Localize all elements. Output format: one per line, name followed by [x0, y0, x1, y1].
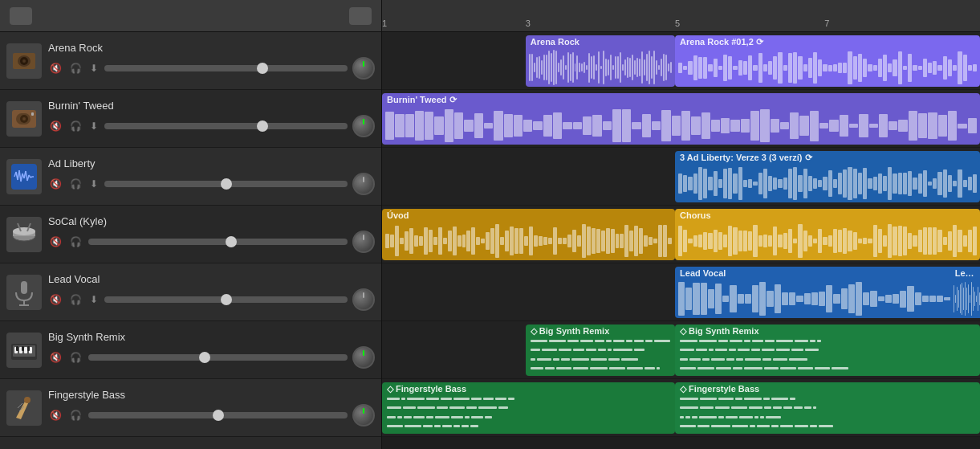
volume-slider-lead-vocal[interactable] — [104, 296, 348, 303]
track-info-burnin-tweed: Burnin' Tweed🔇🎧⬇ — [48, 100, 375, 137]
pan-knob-burnin-tweed[interactable] — [352, 115, 375, 137]
clip-3[interactable]: 3 Ad Liberty: Verze 3 (3 verzí) ⟳ — [675, 151, 980, 202]
clip-2[interactable]: Burnin' Tweed ⟳ — [382, 93, 980, 145]
track-name-burnin-tweed: Burnin' Tweed — [48, 100, 375, 112]
clip-label-11: ◇ Fingerstyle Bass — [675, 382, 980, 396]
mute-button-big-synth-remix[interactable]: 🔇 — [48, 350, 63, 365]
volume-slider-ad-liberty[interactable] — [104, 181, 348, 187]
track-info-lead-vocal: Lead Vocal🔇🎧⬇ — [48, 273, 375, 311]
timeline-ruler: 1357 — [382, 0, 980, 32]
volume-slider-thumb-lead-vocal — [221, 294, 232, 305]
volume-slider-wrap-fingerstyle-bass — [88, 412, 348, 418]
volume-slider-thumb-big-synth-remix — [199, 352, 210, 363]
record-button-ad-liberty[interactable]: ⬇ — [88, 177, 100, 191]
solo-button-ad-liberty[interactable]: 🎧 — [68, 177, 83, 191]
volume-slider-wrap-ad-liberty — [104, 181, 348, 187]
clip-11[interactable]: ◇ Fingerstyle Bass — [675, 382, 980, 434]
volume-slider-fingerstyle-bass[interactable] — [88, 412, 348, 418]
mute-button-fingerstyle-bass[interactable]: 🔇 — [48, 408, 63, 422]
record-button-burnin-tweed[interactable]: ⬇ — [88, 119, 100, 133]
clip-label-2: Burnin' Tweed ⟳ — [382, 93, 980, 107]
sidebar: Arena Rock🔇🎧⬇Burnin' Tweed🔇🎧⬇Ad Liberty🔇… — [0, 0, 382, 449]
mute-button-arena-rock[interactable]: 🔇 — [48, 61, 63, 76]
track-controls-fingerstyle-bass: 🔇🎧 — [48, 404, 375, 427]
track-name-ad-liberty: Ad Liberty — [48, 157, 375, 169]
volume-slider-thumb-fingerstyle-bass — [213, 410, 224, 421]
timeline-row-ad-liberty: 3 Ad Liberty: Verze 3 (3 verzí) ⟳ — [382, 148, 980, 206]
clip-wave-6 — [675, 280, 980, 318]
volume-slider-burnin-tweed[interactable] — [104, 123, 348, 129]
clip-6[interactable]: Lead Vocal — [675, 267, 980, 318]
track-icon-ad-liberty — [6, 159, 42, 194]
track-row-ad-liberty: Ad Liberty🔇🎧⬇ — [0, 148, 381, 206]
mute-button-ad-liberty[interactable]: 🔇 — [48, 177, 63, 191]
clip-label-8: ◇ Big Synth Remix — [526, 325, 675, 338]
solo-button-big-synth-remix[interactable]: 🎧 — [68, 350, 83, 365]
track-controls-ad-liberty: 🔇🎧⬇ — [48, 173, 375, 195]
clip-wave-8 — [526, 338, 675, 376]
pan-knob-arena-rock[interactable] — [352, 57, 375, 80]
track-row-arena-rock: Arena Rock🔇🎧⬇ — [0, 32, 381, 90]
svg-point-3 — [22, 59, 26, 63]
svg-point-7 — [22, 117, 26, 120]
pan-knob-big-synth-remix[interactable] — [352, 346, 375, 369]
solo-button-socal-kyle[interactable]: 🎧 — [68, 235, 83, 249]
track-icon-big-synth-remix — [6, 333, 42, 368]
clip-10[interactable]: ◇ Fingerstyle Bass — [382, 382, 675, 434]
pan-knob-fingerstyle-bass[interactable] — [352, 404, 375, 427]
ruler-mark-1: 1 — [382, 18, 387, 28]
volume-slider-arena-rock[interactable] — [104, 65, 348, 71]
mute-button-lead-vocal[interactable]: 🔇 — [48, 292, 63, 307]
solo-button-lead-vocal[interactable]: 🎧 — [68, 292, 83, 307]
clip-8[interactable]: ◇ Big Synth Remix — [526, 325, 675, 376]
timeline: 1357 Arena RockArena Rock #01,2 ⟳Burnin'… — [382, 0, 980, 449]
volume-slider-big-synth-remix[interactable] — [88, 354, 348, 361]
clip-7[interactable]: Lead — [950, 267, 980, 318]
clip-5[interactable]: Chorus — [675, 209, 980, 260]
mute-button-socal-kyle[interactable]: 🔇 — [48, 235, 63, 249]
track-icon-lead-vocal — [6, 275, 42, 310]
clip-wave-4 — [382, 222, 675, 260]
volume-slider-wrap-big-synth-remix — [88, 354, 348, 361]
clip-1[interactable]: Arena Rock #01,2 ⟳ — [675, 35, 980, 87]
track-list: Arena Rock🔇🎧⬇Burnin' Tweed🔇🎧⬇Ad Liberty🔇… — [0, 32, 381, 437]
clip-4[interactable]: Úvod — [382, 209, 675, 260]
timeline-row-big-synth-remix: ◇ Big Synth Remix◇ Big Synth Remix — [382, 321, 980, 379]
track-row-lead-vocal: Lead Vocal🔇🎧⬇ — [0, 263, 381, 321]
svg-rect-39 — [27, 346, 30, 351]
mute-button-burnin-tweed[interactable]: 🔇 — [48, 119, 63, 133]
track-controls-burnin-tweed: 🔇🎧⬇ — [48, 115, 375, 137]
pan-knob-lead-vocal[interactable] — [352, 288, 375, 311]
timeline-row-burnin-tweed: Burnin' Tweed ⟳ — [382, 90, 980, 148]
volume-slider-thumb-socal-kyle — [226, 236, 237, 247]
timeline-tracks: Arena RockArena Rock #01,2 ⟳Burnin' Twee… — [382, 32, 980, 449]
volume-slider-socal-kyle[interactable] — [88, 239, 348, 245]
svg-line-20 — [30, 177, 32, 178]
track-info-socal-kyle: SoCal (Kyle)🔇🎧 — [48, 215, 375, 253]
sidebar-header — [0, 0, 381, 32]
track-name-lead-vocal: Lead Vocal — [48, 273, 375, 285]
solo-button-fingerstyle-bass[interactable]: 🎧 — [68, 408, 83, 422]
svg-rect-35 — [24, 347, 27, 353]
pan-knob-ad-liberty[interactable] — [352, 173, 375, 195]
add-track-button[interactable] — [10, 7, 32, 25]
solo-button-burnin-tweed[interactable]: 🎧 — [68, 119, 83, 133]
volume-slider-thumb-ad-liberty — [221, 178, 232, 190]
ruler-mark-7: 7 — [824, 18, 829, 28]
record-button-arena-rock[interactable]: ⬇ — [88, 61, 100, 76]
track-info-fingerstyle-bass: Fingerstyle Bass🔇🎧 — [48, 389, 375, 427]
clip-9[interactable]: ◇ Big Synth Remix — [675, 325, 980, 376]
pan-knob-socal-kyle[interactable] — [352, 231, 375, 253]
clip-wave-3 — [675, 165, 980, 202]
sort-button[interactable] — [349, 7, 372, 25]
ruler-mark-3: 3 — [526, 18, 531, 28]
record-button-lead-vocal[interactable]: ⬇ — [88, 292, 100, 307]
timeline-row-socal-kyle: ÚvodChorus — [382, 206, 980, 263]
track-name-arena-rock: Arena Rock — [48, 42, 375, 54]
track-controls-arena-rock: 🔇🎧⬇ — [48, 57, 375, 80]
solo-button-arena-rock[interactable]: 🎧 — [68, 61, 83, 76]
clip-wave-9 — [675, 338, 980, 376]
track-icon-arena-rock — [6, 43, 42, 79]
clip-label-5: Chorus — [675, 209, 980, 222]
clip-0[interactable]: Arena Rock — [526, 35, 675, 87]
